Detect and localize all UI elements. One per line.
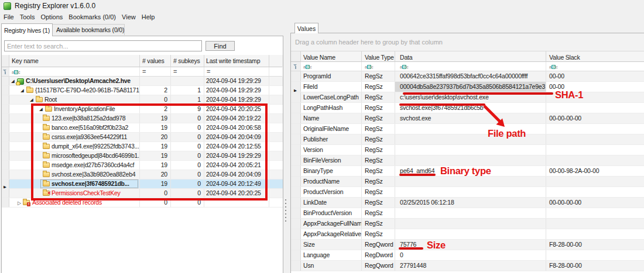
text-filter-icon: aBc <box>365 64 373 70</box>
value-name: ProductName <box>301 177 362 186</box>
annotation-red-box <box>31 103 268 201</box>
text-filter-icon: aBc <box>400 64 408 70</box>
value-data <box>395 208 546 218</box>
tree-header-last-write[interactable]: Last write timestamp <box>204 55 269 67</box>
value-slack: 00-00-00-00 <box>546 198 644 208</box>
values-row[interactable]: LinkDateRegSz02/25/2015 06:12:1800-00-00… <box>291 198 644 208</box>
window-title: Registry Explorer v1.6.0.0 <box>15 2 95 10</box>
values-row[interactable]: OriginalFileNameRegSz <box>291 124 644 134</box>
value-data <box>395 229 546 239</box>
collapsed-arrow-icon[interactable]: ▷ <box>18 201 21 206</box>
value-slack <box>546 250 644 260</box>
values-row[interactable]: UsnRegQword27791448F8-28-00-00 <box>291 261 644 271</box>
values-panel: Drag a column header here to group by th… <box>290 33 644 273</box>
values-row[interactable]: ▶FileIdRegSz00004db5a8e237937b6d7b435a85… <box>291 82 644 92</box>
values-row[interactable]: VersionRegSz <box>291 145 644 155</box>
tree-header-indicator <box>2 55 9 67</box>
value-name: BinFileVersion <box>301 155 362 165</box>
values-row[interactable]: ProductVersionRegSz <box>291 187 644 198</box>
values-header-name[interactable]: Value Name <box>301 51 362 62</box>
values-row[interactable]: LanguageRegDword0 <box>291 250 644 261</box>
value-name: BinProductVersion <box>301 208 362 218</box>
value-type: RegSz <box>362 198 395 208</box>
value-type: RegSz <box>362 208 395 218</box>
expanded-arrow-icon[interactable]: ◢ <box>30 98 33 102</box>
search-input[interactable] <box>4 40 202 51</box>
num-subkeys: 1 <box>171 95 204 104</box>
values-row[interactable]: NameRegSzsvchost.exe00-00-00-00 <box>291 113 644 124</box>
key-name[interactable]: C:\Users\user\Desktop\Amcache2.hve <box>26 77 131 85</box>
annotation-binarytype-label: Binary type <box>440 165 491 177</box>
tree-row[interactable]: ◢C:\Users\user\Desktop\Amcache2.hve2024-… <box>2 77 283 86</box>
value-data: 000642ce3315ffaf998d53bfacf0cc4c64a00000… <box>395 71 546 81</box>
value-name: Name <box>301 113 362 123</box>
annotation-sha1-label: SHA-1 <box>555 89 583 101</box>
tree-header-num-values[interactable]: # values <box>140 55 171 67</box>
tab-available-bookmarks[interactable]: Available bookmarks (0/0) <box>53 24 125 35</box>
tree-header-num-subkeys[interactable]: # subkeys <box>171 55 204 67</box>
value-slack: 00-00 <box>546 71 644 81</box>
expanded-arrow-icon[interactable]: ◢ <box>11 79 15 84</box>
find-button[interactable]: Find <box>205 41 235 51</box>
tab-values[interactable]: Values <box>294 23 318 33</box>
value-name: Language <box>301 250 362 260</box>
value-slack: F8-28-00-00 <box>546 261 644 271</box>
values-row[interactable]: AppxPackageFullNameRegSz <box>291 219 644 229</box>
menu-options[interactable]: Options <box>37 12 66 22</box>
value-data <box>395 187 546 197</box>
values-row[interactable]: ProductNameRegSz <box>291 177 644 187</box>
value-type: RegSz <box>362 82 395 92</box>
menu-bookmarks[interactable]: Bookmarks (0/0) <box>66 12 119 22</box>
text-filter-icon: aBc <box>303 64 311 70</box>
value-data: svchost.exe <box>395 113 546 123</box>
num-subkeys: 1 <box>171 86 204 95</box>
annotation-underline-filepath <box>399 103 485 106</box>
values-header-type[interactable]: Value Type <box>362 51 395 62</box>
value-type: RegSz <box>362 113 395 123</box>
annotation-underline-binarytype <box>399 174 436 176</box>
menu-help[interactable]: Help <box>139 12 158 22</box>
value-type: RegSz <box>362 134 395 144</box>
menu-file[interactable]: File <box>1 12 17 22</box>
values-row[interactable]: PublisherRegSz <box>291 134 644 145</box>
equals-filter-icon: = <box>142 68 146 75</box>
values-filter-row: aBc aBc aBc aBc <box>291 62 644 71</box>
menu-tools[interactable]: Tools <box>17 12 38 22</box>
values-row[interactable]: BinFileVersionRegSz <box>291 155 644 166</box>
app-icon <box>4 2 11 10</box>
value-slack <box>546 103 644 113</box>
values-row[interactable]: ProgramIdRegSz000642ce3315ffaf998d53bfac… <box>291 71 644 82</box>
value-data <box>395 219 546 229</box>
value-name: AppxPackageRelativeId <box>301 229 362 239</box>
equals-filter-icon: = <box>173 68 177 75</box>
values-header-slack[interactable]: Value Slack <box>546 51 644 62</box>
key-name[interactable]: Root <box>44 95 57 104</box>
folder-warning-icon <box>23 200 30 205</box>
filter-funnel-icon <box>293 64 299 70</box>
value-data: 27791448 <box>395 261 546 271</box>
value-type: RegQword <box>362 261 395 271</box>
key-name[interactable]: {11517B7C-E79D-4e20-961B-75A811715... <box>35 86 140 95</box>
value-slack <box>546 155 644 165</box>
value-name: OriginalFileName <box>301 124 362 134</box>
expanded-arrow-icon[interactable]: ◢ <box>20 88 24 93</box>
value-data: 0 <box>395 250 546 260</box>
num-values: 0 <box>140 95 171 104</box>
menu-view[interactable]: View <box>119 12 139 22</box>
values-row[interactable]: BinProductVersionRegSz <box>291 208 644 219</box>
panel-splitter[interactable] <box>285 198 286 224</box>
annotation-underline-sha1 <box>403 92 553 95</box>
values-header-data[interactable]: Data <box>395 51 546 62</box>
value-slack: 00-00-00-00 <box>546 113 644 123</box>
tree-header-key-name[interactable]: Key name <box>9 55 140 67</box>
values-header: Value Name Value Type Data Value Slack <box>291 51 644 62</box>
value-type: RegSz <box>362 92 395 102</box>
value-name: AppxPackageFullName <box>301 219 362 229</box>
tree-filter-row: aBc = = = <box>2 67 283 77</box>
values-row[interactable]: AppxPackageRelativeIdRegSz <box>291 229 644 240</box>
values-row[interactable]: SizeRegQword75776F8-28-00-00 <box>291 240 644 250</box>
value-name: Publisher <box>301 134 362 144</box>
value-slack <box>546 124 644 134</box>
tab-registry-hives[interactable]: Registry hives (1) <box>1 23 53 36</box>
tree-row[interactable]: ◢{11517B7C-E79D-4e20-961B-75A811715...21… <box>2 86 283 95</box>
